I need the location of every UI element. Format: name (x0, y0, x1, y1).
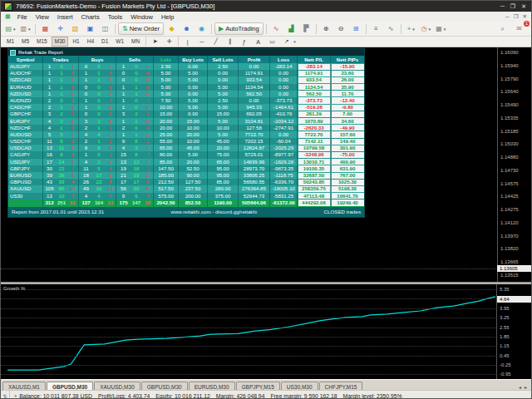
label-tool-button[interactable]: ▭ (265, 36, 279, 48)
value-cell: 1 (116, 97, 131, 104)
value-cell: 2.50 (208, 97, 239, 104)
value-cell: 5.00 (208, 104, 239, 111)
timeframe-m5[interactable]: M5 (18, 37, 32, 47)
terminal-button[interactable]: ▣ (83, 22, 97, 35)
metaeditor-button[interactable]: ◆ (165, 22, 179, 35)
zoom-in-button[interactable]: ⊕ (319, 22, 333, 35)
value-cell: 0.00 (270, 91, 298, 97)
autotrading-button[interactable]: ▶AutoTrading (214, 22, 264, 35)
menu-file[interactable]: File (13, 13, 32, 21)
horizontal-line-button[interactable]: ─ (195, 36, 209, 48)
toolbar-separator (35, 24, 36, 34)
report-table-header: SymbolTradesBuysSellsLotsBuy LotsSell Lo… (8, 56, 364, 63)
indicators-button[interactable]: ∿ (269, 22, 283, 35)
timeframe-h4[interactable]: H4 (84, 37, 97, 47)
indicator-window-button[interactable]: ▟ (284, 22, 298, 35)
menu-window[interactable]: Window (126, 13, 157, 21)
timeframe-mn[interactable]: MN (128, 37, 143, 47)
strategy-tester-button[interactable]: ◫ (98, 22, 112, 35)
growth-gridline (1, 356, 499, 357)
crosshair-tool-button[interactable]: ✛ (162, 36, 176, 48)
menu-help[interactable]: Help (157, 13, 178, 21)
text-tool-button[interactable]: A (251, 36, 265, 48)
menu-view[interactable]: View (32, 13, 53, 21)
timeframe-toolbar: M1M5M15M30H1H4D1W1MN ➤✛|─╱∥ƒA▭↗▾ (1, 37, 531, 47)
value-cell: 2 (67, 138, 79, 145)
value-cell: -3248.96 (298, 152, 331, 158)
cursor-tool-button[interactable]: ➤ (148, 36, 162, 48)
value-cell: 22 (93, 179, 105, 185)
maximize-button[interactable]: ❐ (510, 3, 515, 10)
notifications-button[interactable]: ✉1 (512, 22, 526, 35)
timeframe-h1[interactable]: H1 (69, 37, 82, 47)
arrows-tool-button[interactable]: ↗▾ (279, 36, 298, 48)
new-order-button[interactable]: ⇅New Order (118, 22, 164, 35)
experts-button[interactable]: ☻ (180, 22, 194, 35)
chart-minimize-button[interactable]: ─ (505, 13, 510, 20)
report-row-nzdcad: NZDCAD1101100005.005.000.00933.540.00933… (8, 76, 364, 83)
menu-tools[interactable]: Tools (104, 13, 127, 21)
arrow-objects-icon: ↗ (281, 37, 292, 46)
value-cell: 19 (131, 172, 142, 179)
report-row-cadchf: CADCHF21111010110.005.005.00945.33-1464.… (8, 104, 364, 111)
growth-subwindow[interactable]: Growth % (1, 284, 499, 379)
chart-restore-button[interactable]: ❐ (514, 13, 519, 20)
tab-scroll-right-icon[interactable]: ▸ (525, 384, 527, 390)
new-chart-button[interactable]: ▤▾ (3, 22, 17, 35)
value-cell: 0 (142, 118, 154, 125)
vertical-line-button[interactable]: | (180, 36, 195, 48)
value-cell: 5.00 (154, 76, 179, 83)
growth-tick: 5.35 (500, 287, 510, 292)
growth-axis[interactable]: 5.354.653.953.252.551.851.150.45-0.25-0.… (496, 284, 531, 379)
value-cell: -18005.10 (270, 185, 298, 192)
minimize-button[interactable]: ─ (500, 3, 505, 10)
growth-gridline (1, 337, 499, 337)
zoom-out-button[interactable]: ⊖ (334, 22, 348, 35)
tile-windows-button[interactable]: ⊞ (349, 22, 363, 35)
tab-scroll-left-icon[interactable]: ◂ (519, 384, 521, 390)
chart-window-controls: ─ ❐ ✕ (505, 13, 530, 20)
line-chart-button[interactable]: ∿ (384, 22, 398, 35)
objects-button[interactable]: ▛ (299, 22, 313, 35)
value-cell: 0.00 (179, 63, 208, 70)
add-indicator-button[interactable]: +▾ (404, 22, 418, 35)
symbol-cell: AUDCHF (8, 70, 43, 76)
timeframe-d1[interactable]: D1 (98, 37, 111, 47)
market-watch-button[interactable]: ▦ (38, 22, 52, 35)
timeframe-m1[interactable]: M1 (3, 37, 17, 47)
report-row-gbpusd: GBPUSD433942622417170212.50127.5085.0056… (8, 179, 364, 185)
price-axis[interactable]: 1.160901.159401.157901.156401.154901.153… (497, 47, 531, 282)
value-cell: 3 (67, 159, 79, 165)
template-button[interactable]: ▦▾ (434, 22, 448, 35)
close-button[interactable]: ✕ (521, 3, 526, 10)
periods-button[interactable]: ◷▾ (419, 22, 433, 35)
navigator-button[interactable]: ▧ (68, 22, 82, 35)
crosshair-icon: ✛ (164, 37, 175, 46)
chart-plus-icon: ▤ (5, 25, 12, 32)
fibonacci-button[interactable]: ƒ (237, 36, 251, 48)
timeframe-m15[interactable]: M15 (33, 37, 51, 47)
community-button[interactable]: ◉ (195, 22, 209, 35)
connection-dot-icon: ● (10, 393, 19, 398)
zoom-in-icon: ⊕ (323, 25, 329, 32)
menu-charts[interactable]: Charts (77, 13, 104, 21)
search-button[interactable]: ⌕ (495, 22, 510, 35)
chart-window-menu-icon[interactable]: ▦ (2, 13, 13, 20)
value-cell: 36 (93, 185, 105, 192)
value-cell: 5.00 (154, 70, 179, 76)
value-cell: 0 (93, 91, 105, 97)
data-window-button[interactable]: ✛ (53, 22, 67, 35)
channel-button[interactable]: ∥ (223, 36, 237, 48)
value-cell: 5.00 (179, 151, 208, 158)
report-panel-titlebar[interactable]: Reitak Trade Report (8, 49, 364, 56)
bar-chart-button[interactable]: ≡ (369, 22, 383, 35)
timeframe-w1[interactable]: W1 (112, 37, 127, 47)
chart-close-button[interactable]: ✕ (523, 13, 527, 20)
menu-insert[interactable]: Insert (53, 13, 77, 21)
price-tick: 1.15490 (498, 102, 531, 107)
value-cell: 1 (79, 104, 93, 111)
trendline-button[interactable]: ╱ (209, 36, 223, 48)
value-cell: 0.00 (239, 97, 270, 104)
timeframe-m30[interactable]: M30 (52, 37, 69, 47)
profiles-button[interactable]: ▥▾ (18, 22, 32, 35)
